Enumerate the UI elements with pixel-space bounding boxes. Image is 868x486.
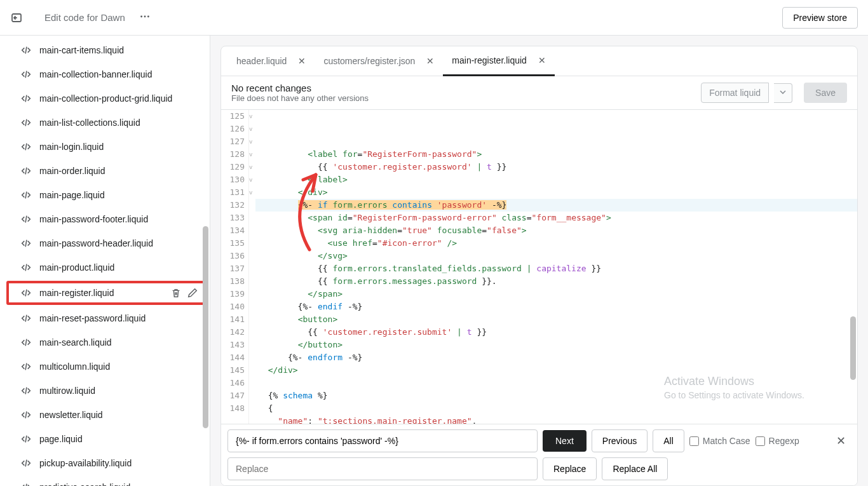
code-icon [20,117,32,128]
code-line[interactable]: </button> [255,339,857,351]
code-line[interactable]: {%- endform -%} [255,351,857,364]
code-line[interactable] [255,377,857,389]
code-line[interactable]: { [255,402,857,415]
code-line[interactable]: </span> [255,288,857,300]
file-item[interactable]: main-register.liquid [6,281,206,305]
format-dropdown[interactable] [774,83,792,103]
close-icon[interactable]: ✕ [426,56,434,66]
file-item[interactable]: pickup-availability.liquid [0,451,210,475]
code-line[interactable]: {% schema %} [255,389,857,402]
file-item[interactable]: main-reset-password.liquid [0,306,210,330]
code-line[interactable]: <use href="#icon-error" /> [255,237,857,250]
file-item[interactable]: main-collection-product-grid.liquid [0,86,210,111]
trash-icon[interactable] [170,287,182,299]
code-line[interactable]: "name": "t:sections.main-register.name", [255,415,857,424]
find-previous-button[interactable]: Previous [592,429,648,452]
file-label: multirow.liquid [39,386,95,396]
file-label: multicolumn.liquid [39,361,110,372]
file-item[interactable]: multirow.liquid [0,379,210,403]
code-line[interactable]: {{ 'customer.register.password' | t }} [255,161,857,173]
back-icon[interactable] [10,11,23,24]
code-line[interactable]: </div> [255,364,857,377]
file-item[interactable]: main-product.liquid [0,255,210,280]
code-line[interactable]: {%- endif -%} [255,300,857,313]
file-sidebar[interactable]: main-cart-items.liquidmain-collection-ba… [0,36,210,486]
editor-scrollbar[interactable] [848,110,857,424]
replace-button[interactable]: Replace [543,457,597,480]
find-replace-bar: Next Previous All Match Case Regexp ✕ Re… [221,424,857,485]
code-icon [20,141,32,152]
find-next-button[interactable]: Next [543,430,587,452]
tab-label: customers/register.json [323,56,415,66]
code-line[interactable]: <label for="RegisterForm-password"> [255,148,857,161]
file-label: pickup-availability.liquid [39,458,132,468]
match-case-checkbox[interactable]: Match Case [689,436,750,446]
edit-icon[interactable] [187,287,198,299]
file-item[interactable]: multicolumn.liquid [0,354,210,379]
more-icon[interactable] [137,8,153,27]
file-item[interactable]: main-password-footer.liquid [0,207,210,231]
file-item[interactable]: main-password-header.liquid [0,231,210,255]
file-label: newsletter.liquid [39,410,103,420]
file-label: main-cart-items.liquid [39,45,124,55]
status-title: No recent changes [231,83,369,93]
tab-label: header.liquid [236,56,287,66]
code-editor[interactable]: 1251261271281291301311321331341351361371… [221,110,857,424]
status-subtitle: File does not have any other versions [231,93,369,103]
code-icon [20,69,32,80]
file-item[interactable]: page.liquid [0,427,210,451]
close-icon[interactable]: ✕ [538,55,546,65]
save-button[interactable]: Save [804,83,847,103]
code-line[interactable]: </svg> [255,250,857,262]
file-label: main-login.liquid [39,142,104,152]
replace-all-button[interactable]: Replace All [602,457,668,480]
fold-gutter[interactable]: vvvvvvv [249,110,255,424]
code-line[interactable]: <button> [255,313,857,326]
code-line[interactable]: {{ form.errors.translated_fields.passwor… [255,262,857,275]
code-icon [20,482,32,486]
topbar: Edit code for Dawn Preview store [0,0,868,36]
find-all-button[interactable]: All [653,429,684,452]
file-label: main-order.liquid [39,166,105,176]
code-lines[interactable]: <label for="RegisterForm-password"> {{ '… [255,110,857,424]
tab[interactable]: customers/register.json✕ [315,46,443,76]
code-icon [20,165,32,177]
code-icon [20,457,32,469]
file-label: main-password-header.liquid [39,238,153,248]
file-label: main-password-footer.liquid [39,214,148,224]
preview-store-button[interactable]: Preview store [782,7,858,29]
regexp-checkbox[interactable]: Regexp [756,436,799,446]
file-item[interactable]: main-login.liquid [0,135,210,159]
line-gutter: 1251261271281291301311321331341351361371… [221,110,249,424]
find-input[interactable] [227,429,538,452]
file-item[interactable]: main-page.liquid [0,183,210,207]
code-icon [20,189,32,201]
replace-input[interactable] [227,457,538,480]
svg-point-2 [144,16,146,18]
code-line[interactable]: <span id="RegisterForm-password-error" c… [255,212,857,224]
code-line[interactable]: {{ form.errors.messages.password }}. [255,275,857,288]
file-item[interactable]: main-search.liquid [0,330,210,354]
close-icon[interactable]: ✕ [831,431,851,450]
page-title: Edit code for Dawn [44,12,125,23]
file-item[interactable]: main-collection-banner.liquid [0,62,210,86]
code-icon [20,238,32,249]
tab[interactable]: header.liquid✕ [227,46,315,76]
file-item[interactable]: predictive-search.liquid [0,475,210,486]
code-line[interactable]: {{ 'customer.register.submit' | t }} [255,326,857,339]
file-item[interactable]: newsletter.liquid [0,403,210,427]
file-item[interactable]: main-list-collections.liquid [0,111,210,135]
format-liquid-button[interactable]: Format liquid [701,83,769,103]
code-icon [20,337,32,348]
code-line[interactable]: </label> [255,173,857,186]
tab[interactable]: main-register.liquid✕ [443,46,555,76]
code-line[interactable]: {%- if form.errors contains 'password' -… [255,199,857,212]
code-line[interactable]: <svg aria-hidden="true" focusable="false… [255,224,857,237]
file-item[interactable]: main-order.liquid [0,159,210,183]
file-label: main-collection-product-grid.liquid [39,93,172,104]
code-icon [20,433,32,445]
code-line[interactable]: </div> [255,186,857,199]
close-icon[interactable]: ✕ [298,56,306,66]
sidebar-scrollbar[interactable] [201,36,210,486]
file-item[interactable]: main-cart-items.liquid [0,38,210,62]
